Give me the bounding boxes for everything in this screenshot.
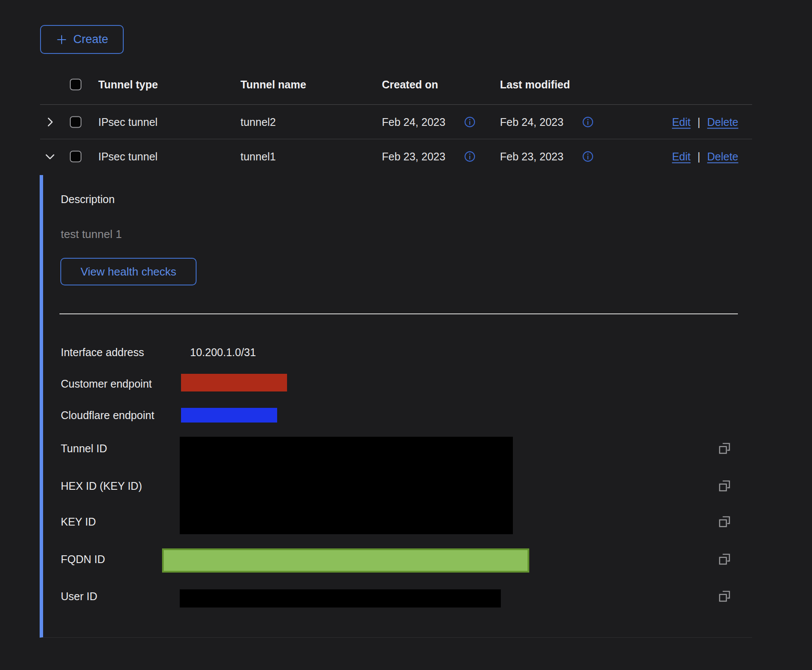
tunnels-page: Create Tunnel type Tunnel name Created o… bbox=[0, 0, 812, 670]
description-value: test tunnel 1 bbox=[61, 228, 122, 241]
copy-tunnel-id-button[interactable] bbox=[717, 441, 733, 456]
expand-row-button[interactable] bbox=[44, 116, 56, 128]
description-label: Description bbox=[61, 193, 115, 206]
table-header-row: Tunnel type Tunnel name Created on Last … bbox=[40, 65, 752, 105]
copy-icon bbox=[717, 441, 732, 456]
create-button-label: Create bbox=[73, 33, 108, 46]
tunnel-name-cell: tunnel1 bbox=[240, 150, 276, 163]
created-on-info-icon[interactable] bbox=[464, 116, 476, 128]
user-id-redacted-value bbox=[180, 589, 501, 607]
chevron-right-icon bbox=[44, 116, 56, 128]
copy-icon bbox=[717, 589, 732, 604]
fqdn-id-label: FQDN ID bbox=[61, 553, 105, 566]
cloudflare-endpoint-redacted-value bbox=[181, 408, 277, 423]
interface-address-label: Interface address bbox=[61, 346, 144, 359]
last-modified-cell: Feb 23, 2023 bbox=[500, 150, 563, 163]
key-id-label: KEY ID bbox=[61, 515, 96, 528]
table-row: IPsec tunnel tunnel2 Feb 24, 2023 Feb 24… bbox=[40, 105, 752, 139]
copy-fqdn-id-button[interactable] bbox=[717, 551, 733, 567]
user-id-label: User ID bbox=[61, 590, 97, 603]
cloudflare-endpoint-label: Cloudflare endpoint bbox=[61, 409, 154, 422]
select-all-checkbox[interactable] bbox=[70, 79, 81, 91]
chevron-down-icon bbox=[44, 150, 56, 163]
header-tunnel-type: Tunnel type bbox=[98, 78, 158, 91]
hex-id-label: HEX ID (KEY ID) bbox=[61, 479, 142, 492]
copy-icon bbox=[717, 514, 732, 529]
header-tunnel-name: Tunnel name bbox=[240, 78, 306, 91]
panel-divider bbox=[59, 313, 738, 314]
row-checkbox[interactable] bbox=[70, 116, 81, 128]
row-checkbox[interactable] bbox=[70, 151, 81, 163]
header-created-on: Created on bbox=[382, 78, 438, 91]
interface-address-value: 10.200.1.0/31 bbox=[190, 346, 256, 359]
action-separator: | bbox=[697, 150, 700, 163]
plus-icon bbox=[56, 34, 68, 46]
tunnel-type-cell: IPsec tunnel bbox=[98, 150, 158, 163]
copy-icon bbox=[717, 479, 732, 493]
last-modified-info-icon[interactable] bbox=[582, 150, 594, 163]
fqdn-id-redacted-value bbox=[162, 548, 529, 573]
view-health-checks-button[interactable]: View health checks bbox=[60, 258, 197, 285]
delete-link[interactable]: Delete bbox=[707, 116, 738, 128]
customer-endpoint-redacted-value bbox=[181, 374, 287, 391]
last-modified-info-icon[interactable] bbox=[582, 116, 594, 128]
created-on-cell: Feb 23, 2023 bbox=[382, 150, 445, 163]
edit-link[interactable]: Edit bbox=[672, 150, 690, 163]
collapse-row-button[interactable] bbox=[44, 150, 56, 163]
tunnel-id-label: Tunnel ID bbox=[61, 442, 107, 455]
edit-link[interactable]: Edit bbox=[672, 116, 690, 128]
delete-link[interactable]: Delete bbox=[707, 150, 738, 163]
tunnels-table: Tunnel type Tunnel name Created on Last … bbox=[40, 65, 752, 174]
copy-key-id-button[interactable] bbox=[717, 514, 733, 529]
created-on-info-icon[interactable] bbox=[464, 150, 476, 163]
ids-redacted-value-block bbox=[180, 437, 513, 534]
action-separator: | bbox=[697, 116, 700, 128]
table-row: IPsec tunnel tunnel1 Feb 23, 2023 Feb 23… bbox=[40, 139, 752, 174]
tunnel-type-cell: IPsec tunnel bbox=[98, 116, 158, 128]
tunnel-details-panel: Description test tunnel 1 View health ch… bbox=[40, 175, 752, 638]
copy-user-id-button[interactable] bbox=[717, 589, 733, 604]
copy-hex-id-button[interactable] bbox=[717, 478, 733, 494]
tunnel-name-cell: tunnel2 bbox=[240, 116, 276, 128]
header-last-modified: Last modified bbox=[500, 78, 570, 91]
created-on-cell: Feb 24, 2023 bbox=[382, 116, 445, 128]
customer-endpoint-label: Customer endpoint bbox=[61, 377, 152, 390]
copy-icon bbox=[717, 552, 732, 567]
create-button[interactable]: Create bbox=[40, 25, 124, 54]
last-modified-cell: Feb 24, 2023 bbox=[500, 116, 563, 128]
